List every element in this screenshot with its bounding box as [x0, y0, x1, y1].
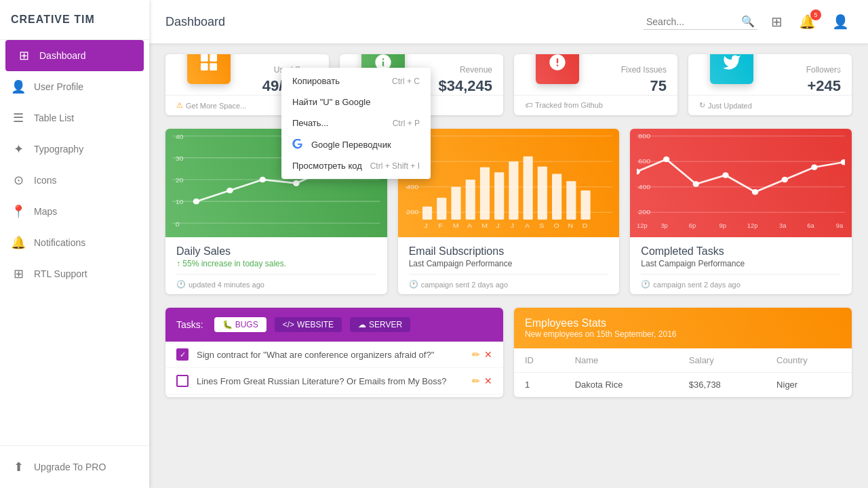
task-text-1: Sign contract for "What are conference o… — [197, 350, 464, 360]
ctx-translate-label: Google Переводчик — [311, 140, 391, 150]
svg-text:12p: 12p — [747, 222, 758, 229]
email-subs-chart-header: 800 600 400 200 — [398, 129, 620, 237]
svg-text:A: A — [467, 222, 472, 228]
clock-icon: 🕐 — [641, 280, 650, 289]
ctx-print[interactable]: Печать... Ctrl + P — [281, 113, 431, 134]
task-delete-1[interactable]: ✕ — [484, 349, 492, 360]
svg-point-74 — [811, 165, 817, 171]
sidebar-item-icons[interactable]: ⊙ Icons — [0, 165, 149, 196]
tasks-tab-server[interactable]: ☁ SERVER — [350, 317, 410, 332]
ctx-print-label: Печать... — [292, 118, 328, 128]
svg-text:S: S — [539, 222, 544, 228]
ctx-translate[interactable]: Google Переводчик — [281, 134, 431, 155]
sidebar-item-dashboard[interactable]: ⊞ Dashboard — [5, 40, 144, 71]
stat-card-fixed-issues: Fixed Issues 75 🏷 Tracked from Github — [514, 54, 677, 115]
svg-text:J: J — [424, 222, 427, 228]
search-box[interactable]: 🔍 — [644, 14, 757, 30]
sidebar-item-label: Table List — [34, 113, 74, 123]
stat-card-followers: Followers +245 ⚙ ↻ Just Updated — [688, 54, 852, 115]
tasks-label: Tasks: — [176, 319, 203, 330]
search-input[interactable] — [646, 16, 741, 27]
fixed-issues-footer-text: Tracked from Github — [535, 101, 603, 109]
sidebar-item-label: Maps — [34, 206, 57, 217]
followers-footer: ↻ Just Updated — [688, 95, 852, 115]
task-actions-1: ✏ ✕ — [472, 349, 492, 360]
employees-header: Employees Stats New employees on 15th Se… — [514, 308, 852, 348]
sidebar-item-rtl-support[interactable]: ⊞ RTL Support — [0, 258, 149, 289]
search-icon[interactable]: 🔍 — [741, 15, 755, 28]
svg-point-17 — [293, 180, 299, 186]
followers-footer-text: Just Updated — [708, 102, 752, 110]
fixed-issues-label: Fixed Issues — [621, 65, 667, 75]
notifications-button[interactable]: 🔔 5 — [796, 11, 818, 33]
ctx-view-source-shortcut: Ctrl + Shift + I — [370, 161, 420, 171]
sidebar-item-typography[interactable]: ✦ Typography — [0, 134, 149, 165]
task-edit-1[interactable]: ✏ — [472, 349, 480, 360]
svg-rect-38 — [451, 187, 460, 220]
svg-rect-37 — [437, 198, 446, 220]
svg-text:F: F — [438, 222, 442, 228]
svg-text:40: 40 — [176, 133, 184, 140]
sidebar-item-notifications[interactable]: 🔔 Notifications — [0, 227, 149, 258]
task-actions-2: ✏ ✕ — [472, 375, 492, 386]
notifications-badge: 5 — [810, 9, 821, 20]
tasks-tab-bugs[interactable]: 🐛 BUGS — [214, 317, 267, 332]
svg-rect-47 — [580, 190, 590, 220]
ctx-copy[interactable]: Копировать Ctrl + C — [281, 70, 431, 92]
col-id: ID — [514, 348, 564, 373]
col-salary: Salary — [678, 348, 766, 373]
employees-title: Employees Stats — [525, 317, 841, 329]
sidebar-item-user-profile[interactable]: 👤 User Profile — [0, 71, 149, 102]
svg-rect-2 — [201, 63, 208, 70]
daily-sales-time: 🕐 updated 4 minutes ago — [176, 274, 376, 289]
svg-text:0: 0 — [176, 220, 180, 227]
svg-rect-40 — [480, 167, 490, 220]
task-checkbox-2[interactable] — [176, 375, 189, 387]
task-text-2: Lines From Great Russian Literature? Or … — [197, 376, 464, 386]
task-delete-2[interactable]: ✕ — [484, 375, 492, 386]
employee-country: Niger — [766, 373, 852, 397]
employees-card: Employees Stats New employees on 15th Se… — [514, 308, 852, 397]
task-edit-2[interactable]: ✏ — [472, 375, 480, 386]
warning-icon: ⚠ — [176, 101, 183, 110]
tag-icon: 🏷 — [525, 101, 532, 109]
svg-point-15 — [226, 188, 233, 194]
svg-text:3p: 3p — [661, 222, 668, 229]
tasks-card: Tasks: 🐛 BUGS </> WEBSITE ☁ SERVER — [165, 308, 503, 397]
svg-text:30: 30 — [176, 155, 184, 162]
cloud-icon: ☁ — [358, 320, 366, 329]
employee-name: Dakota Rice — [564, 373, 678, 397]
clock-icon: 🕐 — [176, 280, 186, 289]
svg-text:6a: 6a — [808, 222, 814, 229]
chart-completed-tasks: 800 600 400 200 — [630, 129, 852, 294]
completed-tasks-subtitle: Last Campaign Performance — [641, 259, 841, 268]
svg-text:O: O — [553, 222, 559, 228]
svg-text:J: J — [496, 222, 499, 228]
tasks-tab-website[interactable]: </> WEBSITE — [275, 317, 342, 332]
gear-icon[interactable]: ⚙ — [835, 60, 846, 75]
svg-text:9a: 9a — [836, 222, 843, 229]
svg-rect-44 — [537, 167, 547, 220]
svg-point-73 — [782, 177, 788, 183]
svg-text:800: 800 — [639, 132, 651, 139]
task-checkbox-1[interactable]: ✓ — [176, 348, 189, 361]
upgrade-button[interactable]: ⬆ Upgrade To PRO — [0, 451, 149, 483]
sidebar-item-table-list[interactable]: ☰ Table List — [0, 102, 149, 134]
user-avatar[interactable]: 👤 — [829, 11, 852, 33]
sidebar-item-label: Typography — [34, 144, 83, 155]
ctx-view-source[interactable]: Просмотреть код Ctrl + Shift + I — [281, 155, 431, 176]
chart-email-subscriptions: 800 600 400 200 — [398, 129, 620, 294]
ctx-search-google[interactable]: Найти "U" в Google — [281, 92, 431, 113]
daily-sales-title: Daily Sales — [176, 245, 376, 258]
svg-text:6p: 6p — [689, 222, 696, 229]
task-row-1: ✓ Sign contract for "What are conference… — [165, 342, 503, 368]
grid-button[interactable]: ⊞ — [768, 11, 785, 33]
svg-text:M: M — [481, 222, 488, 228]
svg-rect-1 — [210, 54, 217, 62]
svg-rect-0 — [201, 54, 208, 62]
sidebar-item-maps[interactable]: 📍 Maps — [0, 196, 149, 227]
svg-point-71 — [723, 172, 729, 178]
map-icon: 📍 — [11, 204, 26, 219]
svg-text:M: M — [452, 222, 458, 228]
svg-point-69 — [663, 157, 669, 163]
